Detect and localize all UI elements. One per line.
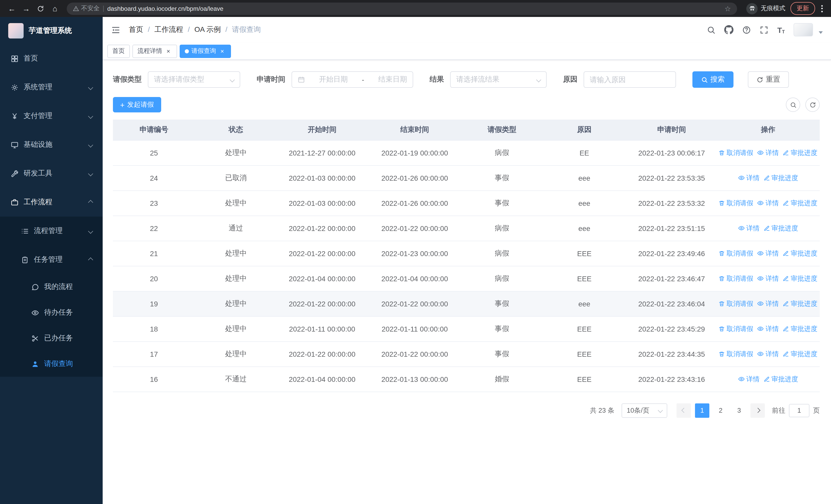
sidebar-item-pending-tasks[interactable]: 待办任务 [0, 300, 103, 325]
toggle-search-button[interactable] [786, 97, 800, 112]
approval-progress-link[interactable]: 审批进度 [783, 299, 818, 308]
browser-back-icon[interactable]: ← [5, 2, 19, 15]
approval-progress-link[interactable]: 审批进度 [783, 198, 818, 208]
sidebar-item-workflow[interactable]: 工作流程 [0, 188, 103, 216]
search-icon[interactable] [707, 25, 716, 34]
reset-button[interactable]: 重置 [748, 71, 789, 88]
page-number-2[interactable]: 2 [713, 403, 728, 417]
detail-link[interactable]: 详情 [757, 198, 779, 208]
cancel-leave-link[interactable]: 取消请假 [719, 324, 753, 333]
sidebar-item-payment-management[interactable]: 支付管理 [0, 101, 103, 130]
cancel-leave-link[interactable]: 取消请假 [719, 148, 753, 157]
browser-forward-icon[interactable]: → [20, 2, 33, 15]
table-row: 25处理中2021-12-27 00:00:002022-01-19 00:00… [113, 140, 820, 165]
chevron-left-icon [681, 408, 686, 413]
tab-home[interactable]: 首页 [107, 45, 130, 58]
detail-link[interactable]: 详情 [738, 173, 760, 182]
sidebar-item-done-tasks[interactable]: 已办任务 [0, 325, 103, 351]
tab-close-icon[interactable] [165, 48, 172, 55]
cell-apply-time: 2022-01-22 23:53:32 [627, 190, 717, 215]
detail-link[interactable]: 详情 [738, 224, 760, 233]
browser-menu-icon[interactable] [821, 5, 823, 12]
search-button[interactable]: 搜索 [692, 71, 734, 88]
goto-page-input[interactable] [789, 404, 809, 417]
cancel-leave-link[interactable]: 取消请假 [719, 198, 753, 208]
approval-progress-link[interactable]: 审批进度 [764, 375, 798, 384]
cancel-leave-link[interactable]: 取消请假 [719, 274, 753, 283]
cell-status: 处理中 [195, 341, 277, 366]
leave-type-select[interactable]: 请选择请假类型 [148, 71, 240, 88]
detail-link[interactable]: 详情 [738, 375, 760, 384]
avatar-caret-icon[interactable] [819, 31, 823, 34]
github-icon[interactable] [724, 25, 734, 34]
warning-icon [73, 5, 79, 11]
sidebar-item-process-management[interactable]: 流程管理 [0, 216, 103, 245]
reason-input[interactable] [583, 71, 676, 88]
cell-leave-type: 病假 [462, 266, 542, 291]
sidebar-item-home[interactable]: 首页 [0, 44, 103, 73]
breadcrumb-leave-query: 请假查询 [232, 25, 261, 34]
detail-link[interactable]: 详情 [757, 324, 779, 333]
address-bar[interactable]: 不安全 dashboard.yudao.iocoder.cn/bpm/oa/le… [67, 2, 737, 14]
avatar[interactable] [794, 23, 813, 36]
prev-page-button[interactable] [677, 403, 691, 417]
incognito-label: 无痕模式 [761, 4, 785, 13]
detail-link[interactable]: 详情 [757, 249, 779, 258]
browser-reload-icon[interactable] [34, 2, 47, 15]
detail-link[interactable]: 详情 [757, 274, 779, 283]
sidebar-item-my-processes[interactable]: 我的流程 [0, 274, 103, 300]
detail-link[interactable]: 详情 [757, 349, 779, 358]
pen-icon [764, 225, 770, 231]
sidebar-item-label: 已办任务 [44, 334, 73, 343]
fullscreen-icon[interactable] [760, 25, 769, 34]
sidebar-item-leave-query[interactable]: 请假查询 [0, 351, 103, 377]
result-select[interactable]: 请选择流结果 [450, 71, 547, 88]
page-size-select[interactable]: 10条/页 [622, 403, 667, 417]
browser-update-button[interactable]: 更新 [791, 2, 815, 15]
app-logo[interactable]: 芋道管理系统 [0, 17, 103, 44]
tab-leave-query[interactable]: 请假查询 [180, 45, 231, 58]
sidebar-item-label: 基础设施 [24, 140, 52, 149]
refresh-table-button[interactable] [805, 97, 820, 112]
column-header: 申请编号 [113, 120, 195, 140]
approval-progress-link[interactable]: 审批进度 [764, 224, 798, 233]
next-page-button[interactable] [750, 403, 765, 417]
breadcrumb-workflow[interactable]: 工作流程 [154, 25, 195, 34]
detail-link[interactable]: 详情 [757, 299, 779, 308]
cancel-leave-link[interactable]: 取消请假 [719, 299, 753, 308]
wrench-icon [10, 169, 19, 178]
sidebar-item-infrastructure[interactable]: 基础设施 [0, 130, 103, 159]
breadcrumb-home[interactable]: 首页 [129, 25, 154, 34]
page-number-3[interactable]: 3 [732, 403, 746, 417]
help-icon[interactable] [742, 25, 751, 34]
detail-link[interactable]: 详情 [757, 148, 779, 157]
page-number-1[interactable]: 1 [695, 403, 709, 417]
sidebar-item-system-management[interactable]: 系统管理 [0, 73, 103, 101]
font-size-icon[interactable]: TT [777, 25, 785, 34]
column-header: 状态 [195, 120, 277, 140]
browser-home-icon[interactable]: ⌂ [48, 2, 62, 15]
plus-icon: + [120, 101, 125, 109]
cancel-leave-link[interactable]: 取消请假 [719, 349, 753, 358]
create-leave-button[interactable]: + 发起请假 [113, 97, 161, 112]
approval-progress-link[interactable]: 审批进度 [783, 324, 818, 333]
approval-progress-link[interactable]: 审批进度 [783, 349, 818, 358]
url-text[interactable]: dashboard.yudao.iocoder.cn/bpm/oa/leave [107, 5, 721, 12]
sidebar-item-task-management[interactable]: 任务管理 [0, 245, 103, 274]
approval-progress-link[interactable]: 审批进度 [783, 148, 818, 157]
approval-progress-link[interactable]: 审批进度 [783, 274, 818, 283]
bookmark-star-icon[interactable]: ☆ [724, 4, 731, 12]
approval-progress-link[interactable]: 审批进度 [764, 173, 798, 182]
breadcrumb-oa-example[interactable]: OA 示例 [195, 25, 232, 34]
not-secure-warning[interactable]: 不安全 [73, 4, 99, 13]
date-range-picker[interactable]: 开始日期 - 结束日期 [291, 71, 413, 88]
table-row: 22通过2022-01-22 00:00:002022-01-22 00:00:… [113, 215, 820, 241]
tab-process-detail[interactable]: 流程详情 [133, 45, 177, 58]
tab-close-icon[interactable] [219, 48, 226, 55]
fold-sidebar-icon[interactable] [111, 25, 121, 35]
monitor-icon [10, 141, 19, 149]
approval-progress-link[interactable]: 审批进度 [783, 249, 818, 258]
sidebar-item-dev-tools[interactable]: 研发工具 [0, 159, 103, 188]
eye-icon [757, 250, 764, 257]
cancel-leave-link[interactable]: 取消请假 [719, 249, 753, 258]
